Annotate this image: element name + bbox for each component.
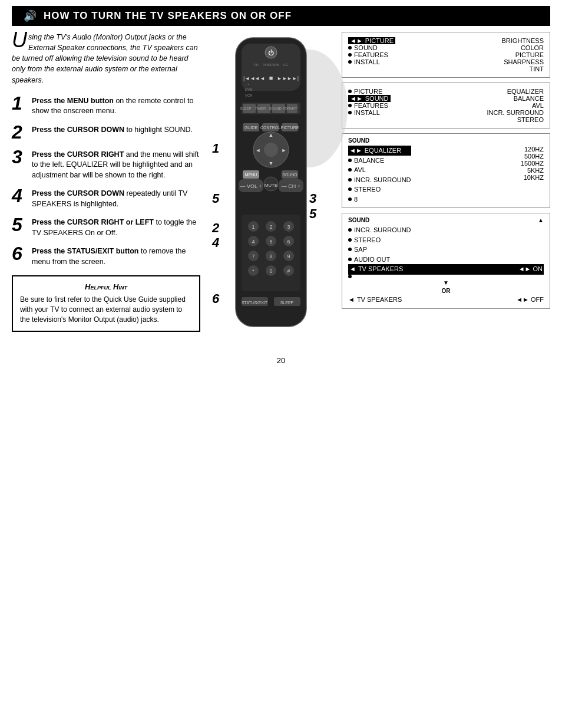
- tv-speakers-off-row: ◄ TV SPEAKERS ◄► OFF: [348, 295, 544, 305]
- step-num-1: 1: [12, 94, 28, 113]
- val-sharpness: SHARPNESS: [501, 58, 544, 65]
- val3-500: 500HZ: [521, 153, 544, 160]
- incr2-item: INCR. SURROUND: [348, 225, 544, 235]
- val3-1500: 1500HZ: [521, 160, 544, 167]
- svg-text:9: 9: [287, 253, 290, 259]
- stereo2-item: STEREO: [348, 235, 544, 245]
- page-title: How to Turn the TV Speakers On or Off: [44, 10, 292, 22]
- val2-balance: BALANCE: [487, 95, 544, 102]
- step-num-4: 4: [12, 186, 28, 205]
- svg-text:▲: ▲: [269, 132, 274, 138]
- helpful-hint-box: Helpful Hint Be sure to first refer to t…: [12, 275, 200, 331]
- svg-text:⏻: ⏻: [268, 50, 274, 56]
- step-num-6: 6: [12, 244, 28, 263]
- sound-label-1: SOUND: [348, 137, 369, 144]
- svg-text:TIMER: TIMER: [255, 107, 266, 110]
- step-text-3: Press the CURSOR RIGHT and the menu will…: [32, 147, 200, 181]
- left-column: U sing the TV's Audio (Monitor) Output j…: [12, 32, 200, 338]
- svg-text:#: #: [287, 268, 290, 274]
- step-num-2: 2: [12, 123, 28, 141]
- svg-text:6: 6: [287, 239, 290, 245]
- menu2-picture-item: PICTURE: [348, 88, 391, 95]
- audio-out-item: AUDIO OUT: [348, 255, 544, 265]
- page-number: 20: [0, 356, 562, 377]
- svg-text:|◄◄: |◄◄: [243, 75, 255, 81]
- svg-text:7: 7: [252, 253, 254, 259]
- page-header: 🔊 How to Turn the TV Speakers On or Off: [12, 6, 550, 26]
- svg-text:STATUS/EXIT: STATUS/EXIT: [242, 301, 268, 305]
- svg-text:SLEEP: SLEEP: [280, 301, 294, 305]
- right-column: ◄► PICTURE SOUND FEATURES INSTALL: [342, 32, 550, 338]
- drop-cap: U: [12, 32, 27, 48]
- remote-column: ⏻ ▲ ▼ ◄ ► — VOL + — CH +: [206, 32, 336, 338]
- step-3: 3 Press the CURSOR RIGHT and the menu wi…: [12, 147, 200, 181]
- val2-avl: AVL: [487, 102, 544, 109]
- svg-text:◄◄: ◄◄: [254, 75, 265, 81]
- svg-text:►: ►: [282, 147, 287, 153]
- svg-text:MUTE: MUTE: [265, 183, 278, 188]
- val2-equalizer: EQUALIZER: [487, 88, 544, 95]
- menu2-sound-item: ◄► SOUND: [348, 95, 391, 102]
- val2-incr: INCR. SURROUND: [487, 109, 544, 116]
- svg-text:FORMAT: FORMAT: [283, 107, 297, 110]
- incr-item: INCR. SURROUND: [348, 175, 411, 185]
- svg-text:GUIDE: GUIDE: [244, 126, 258, 130]
- hint-title: Helpful Hint: [20, 282, 192, 291]
- svg-text:MENU: MENU: [245, 173, 257, 177]
- menu2-features-item: FEATURES: [348, 102, 391, 109]
- svg-text:5: 5: [269, 239, 272, 245]
- svg-text:▼: ▼: [269, 160, 274, 166]
- svg-text:■: ■: [269, 74, 273, 81]
- menu-install-item: INSTALL: [348, 58, 395, 65]
- svg-text:◄: ◄: [256, 147, 261, 153]
- step-num-3: 3: [12, 147, 28, 166]
- svg-text:2: 2: [269, 224, 272, 230]
- sap-item: SAP: [348, 245, 544, 255]
- svg-text:PICTURE: PICTURE: [281, 126, 299, 130]
- svg-text:*: *: [252, 268, 254, 274]
- svg-text:POSITION: POSITION: [263, 63, 280, 67]
- svg-text:0: 0: [269, 268, 272, 274]
- val3-10k: 10KHZ: [521, 174, 544, 181]
- val-picture: PICTURE: [501, 51, 544, 58]
- svg-text:►►|: ►►|: [287, 75, 299, 81]
- step-text-1: Press the MENU button on the remote cont…: [32, 94, 200, 117]
- speaker-icon: 🔊: [24, 9, 37, 22]
- step-2: 2 Press the CURSOR DOWN to highlight SOU…: [12, 123, 200, 141]
- intro-text: sing the TV's Audio (Monitor) Output jac…: [12, 33, 198, 84]
- svg-text:CONTROL: CONTROL: [260, 126, 280, 130]
- sound-header-2: SOUND ▲: [348, 217, 544, 223]
- val-color: COLOR: [501, 44, 544, 51]
- svg-text:DVD: DVD: [245, 88, 253, 91]
- step-num-5: 5: [12, 215, 28, 234]
- remote-step-6: 6: [212, 291, 219, 307]
- remote-control-image: ⏻ ▲ ▼ ◄ ► — VOL + — CH +: [224, 32, 318, 338]
- svg-text:1: 1: [252, 224, 254, 230]
- sound-label-2: SOUND: [348, 217, 369, 223]
- down-arrow-row: ▼: [348, 278, 544, 287]
- menu-sound-item: SOUND: [348, 44, 395, 51]
- balance-item: BALANCE: [348, 156, 411, 166]
- svg-text:SLEEP: SLEEP: [240, 107, 251, 110]
- step-text-6: Press the STATUS/EXIT button to remove t…: [32, 244, 200, 267]
- svg-text:4: 4: [252, 239, 254, 245]
- eight-item: 8: [348, 195, 411, 205]
- remote-step-1: 1: [212, 141, 219, 156]
- remote-step-2: 2: [212, 220, 219, 236]
- svg-text:— VOL +: — VOL +: [240, 183, 262, 189]
- avl-item: AVL: [348, 165, 411, 175]
- svg-text:SOUND: SOUND: [269, 107, 282, 110]
- menu-picture-item: ◄► PICTURE: [348, 37, 395, 44]
- step-text-2: Press the CURSOR DOWN to highlight SOUND…: [32, 123, 193, 136]
- tv-speakers-on-row: ◄ TV SPEAKERS ◄► ON: [348, 264, 544, 275]
- svg-text:PP: PP: [254, 63, 259, 67]
- eq-item: ◄► EQUALIZER: [348, 146, 411, 156]
- menu-equalizer: SOUND ◄► EQUALIZER BALANCE AVL: [342, 133, 550, 208]
- remote-step-3-5: 35: [309, 191, 316, 222]
- step-1: 1 Press the MENU button on the remote co…: [12, 94, 200, 117]
- step-6: 6 Press the STATUS/EXIT button to remove…: [12, 244, 200, 267]
- svg-text:8: 8: [269, 253, 272, 259]
- val-brightness: BRIGHTNESS: [501, 37, 544, 44]
- svg-text:VCR: VCR: [245, 94, 253, 97]
- step-text-5: Press the CURSOR RIGHT or LEFT to toggle…: [32, 215, 200, 238]
